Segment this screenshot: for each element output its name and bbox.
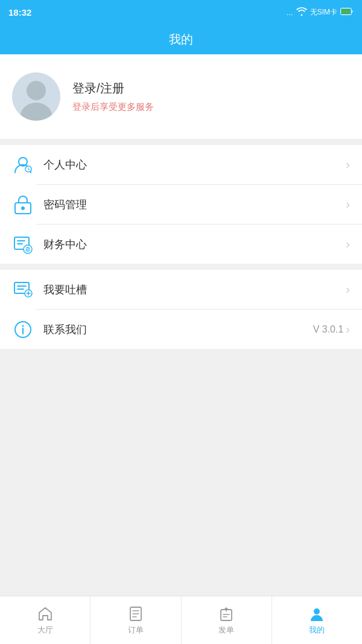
menu-item-finance-center[interactable]: 财务中心 › — [0, 225, 362, 264]
login-label[interactable]: 登录/注册 — [72, 80, 154, 97]
nav-item-mine[interactable]: 我的 — [272, 596, 362, 644]
home-icon — [37, 605, 54, 622]
battery-icon — [340, 8, 354, 17]
nav-hall-label: 大厅 — [37, 625, 53, 636]
personal-center-label: 个人中心 — [43, 158, 346, 172]
mine-icon — [308, 605, 325, 622]
version-value: V 3.0.1 — [313, 324, 344, 335]
section-divider-2 — [0, 264, 362, 270]
orders-icon — [127, 605, 144, 622]
nav-orders-label: 订单 — [128, 625, 144, 636]
svg-point-17 — [314, 608, 320, 614]
send-orders-icon — [218, 605, 235, 622]
page-title: 我的 — [169, 31, 193, 48]
menu-item-feedback[interactable]: 我要吐槽 › — [0, 270, 362, 309]
chevron-icon: › — [346, 237, 350, 251]
lock-icon — [12, 194, 34, 215]
svg-rect-1 — [341, 9, 350, 14]
chevron-icon: › — [346, 158, 350, 171]
password-mgmt-label: 密码管理 — [43, 197, 346, 212]
info-icon — [12, 319, 34, 340]
nav-item-orders[interactable]: 订单 — [91, 596, 181, 644]
profile-subtitle: 登录后享受更多服务 — [72, 101, 154, 113]
menu-item-personal-center[interactable]: 个人中心 › — [0, 145, 362, 184]
menu-item-contact-us[interactable]: 联系我们 V 3.0.1 › — [0, 310, 362, 349]
bottom-nav: 大厅 订单 发单 我的 — [0, 596, 362, 644]
svg-point-8 — [21, 206, 25, 210]
nav-item-hall[interactable]: 大厅 — [0, 596, 91, 644]
chevron-icon: › — [346, 282, 350, 296]
profile-info: 登录/注册 登录后享受更多服务 — [72, 80, 154, 113]
menu-section-2: 我要吐槽 › 联系我们 V 3.0.1 › — [0, 270, 362, 349]
signal-icon: ... — [287, 8, 293, 17]
svg-point-14 — [22, 325, 24, 327]
header: 我的 — [0, 24, 362, 54]
finance-icon — [12, 234, 34, 255]
status-time: 18:32 — [8, 7, 31, 18]
person-settings-icon — [12, 154, 34, 176]
svg-point-3 — [27, 81, 46, 100]
wifi-icon — [296, 7, 307, 18]
chevron-icon: › — [346, 322, 350, 336]
section-divider-1 — [0, 139, 362, 145]
chevron-icon: › — [346, 197, 350, 211]
contact-us-label: 联系我们 — [43, 322, 313, 337]
feedback-icon — [12, 279, 34, 301]
status-bar: 18:32 ... 无SIM卡 — [0, 0, 362, 24]
nav-mine-label: 我的 — [309, 625, 325, 636]
status-icons: ... 无SIM卡 — [287, 7, 354, 18]
menu-section-1: 个人中心 › 密码管理 › 财务中心 › — [0, 145, 362, 264]
menu-item-password-mgmt[interactable]: 密码管理 › — [0, 185, 362, 224]
avatar — [12, 72, 60, 121]
finance-center-label: 财务中心 — [43, 237, 346, 252]
nav-item-send-orders[interactable]: 发单 — [182, 596, 272, 644]
sim-label: 无SIM卡 — [310, 7, 337, 18]
nav-send-orders-label: 发单 — [218, 625, 234, 636]
feedback-label: 我要吐槽 — [43, 282, 346, 297]
profile-section[interactable]: 登录/注册 登录后享受更多服务 — [0, 54, 362, 139]
